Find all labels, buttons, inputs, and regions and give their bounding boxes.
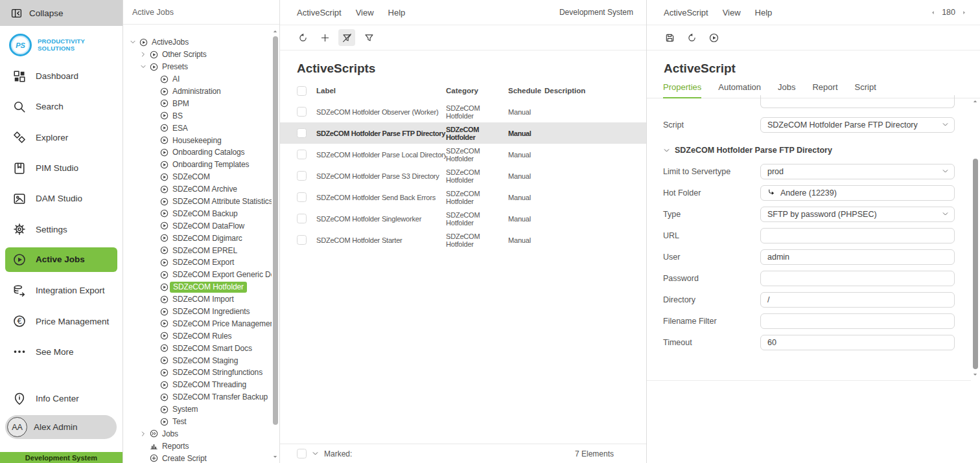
sidebar-item-settings[interactable]: Settings	[0, 214, 122, 244]
menu-view[interactable]: View	[356, 8, 374, 17]
collapse-button[interactable]: Collapse	[0, 0, 122, 26]
save-button[interactable]	[661, 29, 678, 46]
detail-scroll-down[interactable]	[972, 372, 978, 378]
chevron-right-icon[interactable]	[140, 51, 150, 58]
limit-to-servertype-select[interactable]: prod	[760, 164, 955, 179]
refresh-button[interactable]	[683, 29, 700, 46]
tree-item-sdzecom-export-generic-docs[interactable]: SDZeCOM Export Generic Docs	[123, 269, 272, 281]
tree-item-onboarding-templates[interactable]: Onboarding Templates	[123, 159, 272, 171]
tree-item-presets[interactable]: Presets	[123, 61, 272, 73]
tree-item-sdzecom-threading[interactable]: SDZeCOM Threading	[123, 379, 272, 391]
chevron-down-icon[interactable]	[312, 450, 319, 457]
tree-item-administration[interactable]: Administration	[123, 85, 272, 98]
hot-folder-input[interactable]: Andere (12239)	[760, 185, 955, 201]
table-row[interactable]: SDZeCOM Hotfolder Parse S3 DirectorySDZe…	[280, 165, 646, 186]
tree-item-sdzecom-staging[interactable]: SDZeCOM Staging	[123, 354, 272, 367]
tree-item-sdzecom-smart-docs[interactable]: SDZeCOM Smart Docs	[123, 342, 272, 354]
row-checkbox[interactable]	[297, 235, 307, 245]
table-row[interactable]: SDZeCOM Hotfolder Parse FTP DirectorySDZ…	[280, 122, 646, 144]
tree-item-sdzecom-export[interactable]: SDZeCOM Export	[123, 256, 272, 269]
tree-item-sdzecom-attribute-statistics[interactable]: SDZeCOM Attribute Statistics	[123, 196, 272, 208]
table-row[interactable]: SDZeCOM Hotfolder Parse Local DirectoryS…	[280, 144, 646, 165]
tree-item-reports[interactable]: Reports	[123, 440, 272, 452]
sidebar-item-info-center[interactable]: Info Center	[0, 383, 122, 414]
menu-activescript[interactable]: ActiveScript	[664, 8, 708, 17]
tree-item-bs[interactable]: BS	[123, 109, 272, 122]
tree-item-sdzecom-archive[interactable]: SDZeCOM Archive	[123, 183, 272, 196]
sidebar-item-pim-studio[interactable]: PIM Studio	[0, 153, 122, 183]
marked-checkbox[interactable]	[297, 449, 307, 458]
tree-item-housekeeping[interactable]: Housekeeping	[123, 134, 272, 146]
tree-scroll-up[interactable]	[272, 28, 278, 34]
sidebar-item-integration-export[interactable]: Integration Export	[0, 275, 122, 306]
menu-help[interactable]: Help	[755, 8, 773, 17]
tree-item-jobs[interactable]: Jobs	[123, 428, 272, 440]
column-header-category[interactable]: Category	[446, 87, 508, 95]
menu-activescript[interactable]: ActiveScript	[297, 8, 342, 17]
column-header-label[interactable]: Label	[316, 87, 446, 95]
password-input[interactable]	[760, 271, 955, 286]
tree-item-sdzecom-eprel[interactable]: SDZeCOM EPREL	[123, 244, 272, 256]
tree-item-create-script[interactable]: Create Script	[123, 452, 272, 463]
tree-item-sdzecom-rules[interactable]: SDZeCOM Rules	[123, 330, 272, 342]
tree-item-sdzecom-price-management[interactable]: SDZeCOM Price Management	[123, 317, 272, 330]
detail-scrollbar-thumb[interactable]	[973, 159, 978, 369]
tree-item-activejobs[interactable]: ActiveJobs	[123, 36, 272, 49]
chevron-down-icon[interactable]	[130, 39, 139, 45]
filename-filter-input[interactable]	[760, 313, 955, 329]
add-button[interactable]	[316, 29, 333, 46]
filter-off-button[interactable]	[338, 29, 355, 46]
script-select[interactable]: SDZeCOM Hotfolder Parse FTP Directory	[760, 117, 955, 133]
filter-button[interactable]	[360, 29, 377, 46]
chevron-right-icon[interactable]	[140, 431, 150, 437]
type-select[interactable]: SFTP by password (PHPSEC)	[760, 207, 955, 222]
table-row[interactable]: SDZeCOM Hotfolder Send Back ErrorsSDZeCO…	[280, 186, 646, 208]
sidebar-item-search[interactable]: Search	[0, 91, 122, 122]
menu-view[interactable]: View	[723, 8, 741, 17]
table-row[interactable]: SDZeCOM Hotfolder StarterSDZeCOM Hotfold…	[280, 229, 646, 251]
tree-item-sdzecom-transfer-backup[interactable]: SDZeCOM Transfer Backup	[123, 391, 272, 403]
chevron-down-icon[interactable]	[140, 63, 150, 70]
tree-scrollbar-thumb[interactable]	[273, 36, 278, 425]
tree-item-sdzecom-import[interactable]: SDZeCOM Import	[123, 293, 272, 306]
user-input[interactable]: admin	[760, 249, 955, 265]
url-input[interactable]	[760, 228, 955, 243]
select-all-checkbox[interactable]	[297, 86, 307, 96]
sidebar-item-dam-studio[interactable]: DAM Studio	[0, 183, 122, 214]
tree-item-other-scripts[interactable]: Other Scripts	[123, 49, 272, 61]
truncated-input[interactable]	[760, 95, 955, 108]
row-checkbox[interactable]	[297, 171, 307, 181]
row-checkbox[interactable]	[297, 150, 307, 159]
sidebar-item-active-jobs[interactable]: Active Jobs	[5, 247, 117, 272]
sidebar-item-see-more[interactable]: See More	[0, 337, 122, 367]
user-menu[interactable]: AA Alex Admin	[5, 415, 117, 439]
column-header-description[interactable]: Description	[544, 87, 646, 95]
tree-item-esa[interactable]: ESA	[123, 122, 272, 134]
sidebar-item-explorer[interactable]: Explorer	[0, 122, 122, 153]
detail-scroll-up[interactable]	[972, 98, 978, 104]
tree-item-sdzecom[interactable]: SDZeCOM	[123, 171, 272, 183]
refresh-button[interactable]	[294, 29, 311, 46]
timeout-input[interactable]: 60	[760, 335, 955, 350]
tree-item-sdzecom-dataflow[interactable]: SDZeCOM DataFlow	[123, 220, 272, 232]
pager-previous-icon[interactable]	[930, 10, 936, 16]
directory-input[interactable]: /	[760, 292, 955, 308]
section-header[interactable]: SDZeCOM Hotfolder Parse FTP Directory	[663, 144, 971, 157]
row-checkbox[interactable]	[297, 128, 307, 138]
column-header-schedule[interactable]: Schedule	[508, 87, 544, 95]
sidebar-item-dashboard[interactable]: Dashboard	[0, 61, 122, 91]
tree-item-sdzecom-stringfunctions[interactable]: SDZeCOM Stringfunctions	[123, 367, 272, 379]
tree-item-sdzecom-backup[interactable]: SDZeCOM Backup	[123, 207, 272, 220]
table-row[interactable]: SDZeCOM Hotfolder SingleworkerSDZeCOM Ho…	[280, 208, 646, 229]
pager-next-icon[interactable]	[961, 10, 967, 16]
sidebar-item-price-management[interactable]: €Price Management	[0, 306, 122, 336]
tree-item-system[interactable]: System	[123, 403, 272, 416]
tree-item-onboarding-catalogs[interactable]: Onboarding Catalogs	[123, 146, 272, 159]
row-checkbox[interactable]	[297, 214, 307, 223]
tree-scroll-down[interactable]	[272, 454, 278, 460]
row-checkbox[interactable]	[297, 192, 307, 202]
tree-item-bpm[interactable]: BPM	[123, 97, 272, 109]
tree-item-ai[interactable]: AI	[123, 73, 272, 85]
row-checkbox[interactable]	[297, 107, 307, 117]
tree-item-sdzecom-ingredients[interactable]: SDZeCOM Ingredients	[123, 306, 272, 318]
